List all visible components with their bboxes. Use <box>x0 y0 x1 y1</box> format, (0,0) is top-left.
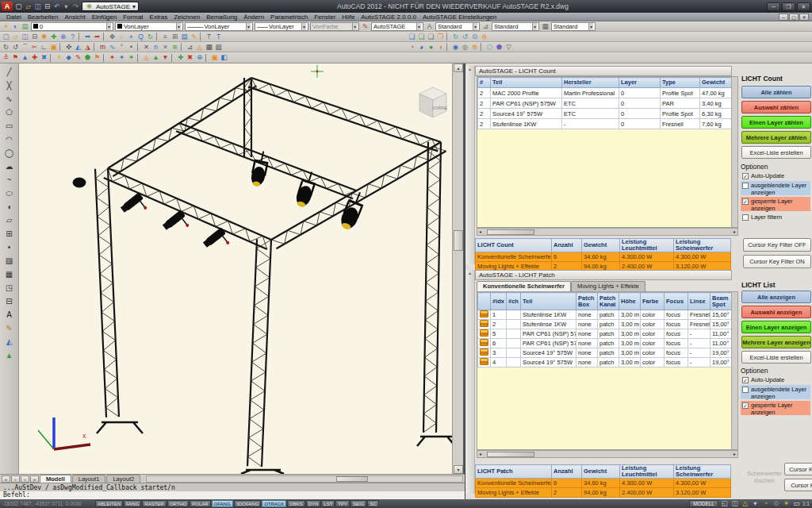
close-button[interactable]: ✕ <box>797 2 810 11</box>
cursor-key-filter-off-button[interactable]: Cursor Key Filter OFF <box>784 463 812 475</box>
spline-icon[interactable]: ~ <box>2 173 16 187</box>
erase-icon[interactable]: ✕ <box>142 43 151 52</box>
scroll-thumb[interactable] <box>336 476 368 482</box>
workspace-gear-icon[interactable]: ⊙ <box>772 499 780 508</box>
autostage-spot-icon[interactable]: ✦ <box>108 53 117 62</box>
dim-style-icon[interactable]: ⊿ <box>481 22 490 31</box>
menu-item[interactable]: AutoSTAGE Einstellungen <box>419 13 500 21</box>
table-row[interactable]: zoom2Stufenlinse 1KWnonepatch3,00 mcolor… <box>478 320 733 329</box>
excel-liste-erstellen-button[interactable]: Excel-Liste erstellen <box>741 146 811 159</box>
status-toggle-lst[interactable]: LST <box>321 500 335 507</box>
autostage-fixture-icon[interactable]: ◆ <box>64 53 73 62</box>
table-row[interactable]: Moving Lights + Effekte294,00 kg2.400,00… <box>476 487 731 497</box>
tab-konventionelle-scheinwerfer[interactable]: Konventionelle Scheinwerfer <box>477 281 571 291</box>
layer-dropdown[interactable]: 0 ▾ <box>31 22 113 31</box>
redo-icon[interactable]: ↷ <box>71 2 80 11</box>
alle-anzeigen-button[interactable]: Alle anzeigen <box>741 291 811 303</box>
tab-layout2[interactable]: Layout2 <box>106 475 140 483</box>
autostage-edit-icon[interactable]: ✎ <box>74 53 82 62</box>
undo-dropdown-icon[interactable]: ▾ <box>62 2 71 11</box>
table-row[interactable]: 2MAC 2000 ProfileMartin Professional0Pro… <box>478 88 733 98</box>
scroll-thumb[interactable] <box>487 452 534 457</box>
help-icon[interactable]: ? <box>68 33 77 41</box>
table-icon[interactable]: ▦ <box>205 43 213 52</box>
properties-icon[interactable]: ⊞ <box>170 33 179 41</box>
status-toggle-dyn[interactable]: DYN <box>306 500 321 507</box>
menu-item[interactable]: Format <box>120 13 146 21</box>
layout-tabs-scrollbar[interactable] <box>146 475 463 483</box>
autostage-list-icon[interactable]: ▣ <box>210 53 219 62</box>
status-toggle-sc[interactable]: SC <box>367 500 378 507</box>
autostage-patch-icon[interactable]: ✚ <box>176 53 185 62</box>
offset-icon[interactable]: n <box>151 43 160 52</box>
checkbox[interactable]: ✓ <box>742 198 749 205</box>
autostage-style-dropdown[interactable]: AutoSTAGE ▾ <box>371 22 423 31</box>
menu-item[interactable]: Bearbeiten <box>25 13 62 21</box>
drawing-quickview-icon[interactable]: ◫ <box>730 499 739 508</box>
scale-icon[interactable]: ◭ <box>74 43 82 52</box>
explode-icon[interactable]: ◬ <box>195 43 204 52</box>
autocad-logo-icon[interactable]: A <box>2 2 13 11</box>
zoom-button[interactable]: zoom <box>480 348 488 356</box>
match-properties-icon[interactable]: ✎ <box>361 22 370 31</box>
camera-icon[interactable]: ⊚ <box>480 33 488 41</box>
menu-item[interactable]: Bemaßung <box>203 13 240 21</box>
hatch-edit-icon[interactable]: ≋ <box>170 43 179 52</box>
menu-item[interactable]: Datei <box>3 13 25 21</box>
cone-icon[interactable]: ▲ <box>2 348 16 362</box>
patch-panel-title[interactable]: AutoSTAGE - LICHT Patch <box>475 270 732 280</box>
review-icon[interactable]: ✱ <box>40 33 48 41</box>
mirror-icon[interactable]: ↺ <box>11 43 20 52</box>
new-icon[interactable]: ▢ <box>14 2 23 11</box>
menu-item[interactable]: Parametrisch <box>267 13 311 21</box>
materials-icon[interactable]: ⬡ <box>485 43 494 52</box>
gesperrte-layer-anzeigen-checkbox[interactable]: ✓gesperrte Layer anzeigen <box>741 197 810 211</box>
restore-button[interactable]: ❐ <box>782 2 795 11</box>
insert-block-icon[interactable]: ▱ <box>2 214 16 227</box>
status-toggle-raster[interactable]: RASTER <box>142 500 166 507</box>
prev-tab-icon[interactable]: ‹ <box>11 475 20 483</box>
text-style-dropdown[interactable]: Standard ▾ <box>435 22 480 31</box>
auswahl-anzeigen-button[interactable]: Auswahl anzeigen <box>741 306 811 318</box>
table-row[interactable]: Konventionelle Scheinwerfer634,60 kg4.30… <box>476 252 731 261</box>
color-dropdown[interactable]: VonLayer ▾ <box>115 22 183 31</box>
linetype-dropdown[interactable]: ——— VonLayer ▾ <box>185 22 253 31</box>
scroll-right-icon[interactable]: ▸ <box>733 229 736 234</box>
menu-item[interactable]: AutoSTAGE 2.0.0.0 <box>358 13 419 21</box>
views-icon[interactable]: ⊙ <box>470 33 479 41</box>
hatch-icon[interactable]: ▨ <box>2 254 16 267</box>
ellipse-arc-icon[interactable]: ◖ <box>2 200 16 214</box>
autostage-add-icon[interactable]: ✚ <box>30 53 39 62</box>
next-tab-icon[interactable]: › <box>21 475 29 483</box>
table-row[interactable]: zoom4Source4 19° 575Wnonepatch3,00 mcolo… <box>478 358 733 368</box>
first-tab-icon[interactable]: « <box>2 475 10 483</box>
annotation-scale-icon[interactable]: △ <box>741 499 749 508</box>
zoom-previous-icon[interactable]: Q <box>136 33 145 41</box>
autostage-delete-icon[interactable]: ✖ <box>40 53 48 62</box>
drawing-minimize-button[interactable]: ─ <box>779 13 788 21</box>
named-views-icon[interactable]: ◔ <box>408 43 416 52</box>
rotate-view-icon[interactable]: ↻ <box>451 33 460 41</box>
autostage-up-icon[interactable]: ▲ <box>151 53 160 62</box>
auto-update-checkbox[interactable]: ✓Auto-Update <box>741 171 810 180</box>
solid-icon[interactable]: ◭ <box>2 335 16 348</box>
annotation-visibility-icon[interactable]: ◔ <box>761 499 770 508</box>
checkbox[interactable]: ✓ <box>742 173 749 179</box>
xref-icon[interactable]: ❏ <box>408 33 416 41</box>
text-style-icon[interactable]: A <box>425 22 434 31</box>
arc-icon[interactable]: ◠ <box>2 133 16 146</box>
line-icon[interactable]: ╱ <box>2 65 16 79</box>
checkbox[interactable] <box>742 214 749 221</box>
zoom-realtime-icon[interactable]: ◌ <box>117 33 126 41</box>
zoom-button[interactable]: zoom <box>480 329 488 337</box>
menu-item[interactable]: Hilfe <box>339 13 358 21</box>
lights-icon[interactable]: ⬟ <box>495 43 504 52</box>
text-icon[interactable]: T <box>205 33 213 41</box>
panel-collapse-arrow[interactable]: ▴ <box>469 271 471 275</box>
count-table-vscrollbar[interactable] <box>731 77 737 227</box>
drawing-close-button[interactable]: ✕ <box>799 13 809 21</box>
tab-modell[interactable]: Modell <box>40 475 71 483</box>
model-space-button[interactable]: MODELL <box>689 500 718 507</box>
autostage-wash-icon[interactable]: ✦ <box>117 53 126 62</box>
einen-layer-anzeigen-button[interactable]: Einen Layer anzeigen <box>741 321 811 333</box>
